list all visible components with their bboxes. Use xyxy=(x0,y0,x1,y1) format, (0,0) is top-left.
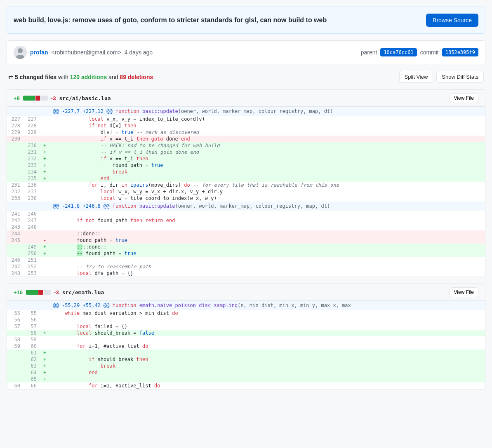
table-row: 58 + local should_break = false xyxy=(7,330,485,336)
diff-block-basic-lua: +8 -3 src/ai/basic.lua View File @@ -227… xyxy=(7,89,485,277)
and-text: and xyxy=(108,74,120,80)
table-row: 57 57 local failed = {} xyxy=(7,323,485,330)
diff-additions-basic-lua: +8 xyxy=(14,95,20,101)
additions-count: 120 additions xyxy=(70,74,107,80)
table-row: 64 + end xyxy=(7,369,485,376)
author-name[interactable]: profan xyxy=(30,49,48,56)
diff-table-basic-lua: @@ -227,7 +227,12 @@ function basic:upda… xyxy=(7,107,485,277)
bar-green xyxy=(26,290,38,295)
table-row: 246 251 xyxy=(7,257,485,263)
table-row: 231 + -- if v == t_i then goto done end xyxy=(7,149,485,155)
color-bar-basic-lua xyxy=(23,96,48,101)
table-row: 241 246 xyxy=(7,211,485,217)
diff-filename-basic-lua: src/ai/basic.lua xyxy=(59,95,111,101)
bar-grey xyxy=(40,96,47,101)
parent-label: parent xyxy=(361,49,377,56)
stats-buttons: Split View Show Diff Stats xyxy=(399,71,484,83)
table-row: 62 + if should_break then xyxy=(7,356,485,363)
table-row: 232 + if v == t_i then xyxy=(7,155,485,162)
table-row: 235 + end xyxy=(7,175,485,182)
commit-hash-badge[interactable]: 1352e395f9 xyxy=(442,48,478,56)
diff-file-info-basic-lua: +8 -3 src/ai/basic.lua xyxy=(14,95,111,101)
table-row: 233 + found_path = true xyxy=(7,162,485,169)
sync-icon: ⇄ xyxy=(8,74,15,80)
stats-text: ⇄ 5 changed files with 120 additions and… xyxy=(8,74,153,80)
changed-files: 5 changed files xyxy=(15,74,56,80)
diff-file-info-emath-lua: +16 -3 src/emath.lua xyxy=(14,289,104,296)
commit-meta: parent 10ca76cc61 commit 1352e395f9 xyxy=(361,48,478,56)
deletions-count: 89 deletions xyxy=(120,74,153,80)
browse-source-button[interactable]: Browse Source xyxy=(426,14,478,27)
table-row: 247 252 -- try to reassemble path xyxy=(7,263,485,270)
diff-deletions-basic-lua: -3 xyxy=(51,95,56,101)
table-row: 231 236 for i, dir in ipairs(move_dirs) … xyxy=(7,182,485,188)
table-row: 242 247 if not found_path then return en… xyxy=(7,217,485,224)
commit-header: web build, love.js: remove uses of goto,… xyxy=(7,7,485,34)
diff-additions-emath-lua: +16 xyxy=(14,289,23,296)
table-row: 245 - found_path = true xyxy=(7,237,485,244)
table-row: 233 238 local w = tile_coord_to_index(w_… xyxy=(7,195,485,202)
table-row: 234 + break xyxy=(7,169,485,175)
table-row: 56 56 xyxy=(7,317,485,323)
svg-point-1 xyxy=(18,48,23,53)
table-row: 58 59 xyxy=(7,336,485,343)
table-row: 60 66 for i=1, #active_list do xyxy=(7,382,485,389)
diff-hunk-2: @@ -241,8 +246,8 @@ function basic:updat… xyxy=(7,202,485,211)
table-row: 232 237 local w_x, w_y = v_x + dir.x, v_… xyxy=(7,188,485,195)
table-row: 59 60 for i=1, #active_list do xyxy=(7,343,485,349)
table-row: 250 + -- found_path = true xyxy=(7,250,485,257)
diff-header-basic-lua: +8 -3 src/ai/basic.lua View File xyxy=(7,90,485,107)
table-row: 229 229 d[v] = true -- mark as discovere… xyxy=(7,129,485,136)
split-view-button[interactable]: Split View xyxy=(399,71,433,83)
table-row: 65 + xyxy=(7,376,485,382)
author-email: <robinhubner@gmail.com> xyxy=(52,49,121,56)
table-row: 244 - ::done:: xyxy=(7,230,485,237)
diff-hunk-1: @@ -227,7 +227,12 @@ function basic:upda… xyxy=(7,107,485,116)
view-file-button-basic-lua[interactable]: View File xyxy=(450,93,478,103)
diff-header-emath-lua: +16 -3 src/emath.lua View File xyxy=(7,284,485,301)
author-time: 4 days ago xyxy=(125,49,153,56)
author-row: profan <robinhubner@gmail.com> 4 days ag… xyxy=(7,40,485,64)
stats-row: ⇄ 5 changed files with 120 additions and… xyxy=(7,71,485,83)
color-bar-emath-lua xyxy=(26,290,51,295)
avatar xyxy=(14,46,27,59)
show-diff-stats-button[interactable]: Show Diff Stats xyxy=(436,71,484,83)
table-row: 55 55 while max_dist_variation > min_dis… xyxy=(7,310,485,317)
table-row: 230 - if v == t_i then goto done end xyxy=(7,136,485,142)
parent-hash-badge[interactable]: 10ca76cc61 xyxy=(380,48,417,56)
table-row: 243 248 xyxy=(7,224,485,230)
table-row: 227 227 local v_x, v_y = index_to_tile_c… xyxy=(7,116,485,122)
commit-label: commit xyxy=(420,49,439,56)
diff-table-emath-lua: @@ -55,29 +55,42 @@ function emath.naive… xyxy=(7,301,485,389)
table-row: 248 253 local dfs_path = {} xyxy=(7,270,485,277)
diff-filename-emath-lua: src/emath.lua xyxy=(62,289,104,296)
table-row: 249 + ::::done:: xyxy=(7,244,485,250)
commit-title: web build, love.js: remove uses of goto,… xyxy=(14,16,426,24)
diff-hunk-emath-1: @@ -55,29 +55,42 @@ function emath.naive… xyxy=(7,301,485,310)
diff-deletions-emath-lua: -3 xyxy=(54,289,59,296)
table-row: 63 + break xyxy=(7,363,485,369)
bar-grey xyxy=(44,290,51,295)
with-text: with xyxy=(58,74,70,80)
table-row: 61 + xyxy=(7,349,485,356)
bar-green xyxy=(23,96,35,101)
diff-block-emath-lua: +16 -3 src/emath.lua View File @@ -55,29… xyxy=(7,284,485,389)
author-info: profan <robinhubner@gmail.com> 4 days ag… xyxy=(14,46,153,59)
table-row: 228 228 if not d[v] then xyxy=(7,122,485,129)
bar-red xyxy=(35,96,40,101)
bar-red xyxy=(38,290,43,295)
table-row: 230 + -- HACK: had to be changed for web… xyxy=(7,142,485,149)
view-file-button-emath-lua[interactable]: View File xyxy=(450,287,478,297)
